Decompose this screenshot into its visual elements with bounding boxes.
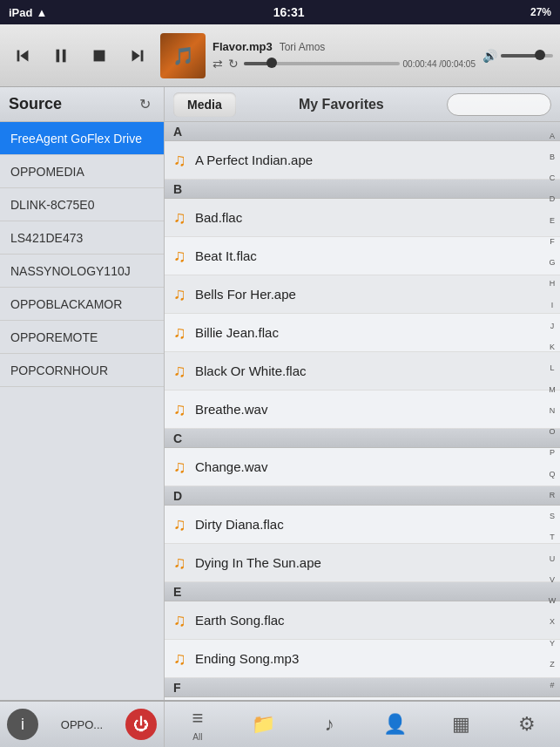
alpha-letter-C[interactable]: C [550, 174, 556, 182]
progress-section[interactable]: 00:00:44 /00:04:05 [244, 59, 476, 69]
alpha-letter-I[interactable]: I [551, 302, 554, 309]
volume-icon: 🔊 [482, 49, 497, 63]
alpha-letter-J[interactable]: J [550, 323, 555, 330]
music-icon: ♪ [325, 713, 334, 736]
volume-bar[interactable] [501, 54, 553, 58]
tab-favorites[interactable]: My Favorites [245, 97, 438, 112]
track-title: Flavor.mp3 [213, 40, 273, 53]
bottom-bar: i OPPO... ⏻ ≡All📁♪👤▦⚙ [0, 700, 560, 747]
section-header-F: F [165, 678, 560, 697]
all-icon: ≡ [192, 707, 203, 730]
svg-rect-6 [141, 50, 144, 61]
sidebar: Source ↻ FreeAgent GoFlex DriveOPPOMEDIA… [0, 87, 165, 700]
bottom-tab-grid[interactable]: ▦ [435, 702, 487, 747]
music-note-icon: ♫ [173, 610, 186, 630]
alpha-letter-O[interactable]: O [549, 428, 555, 436]
alpha-letter-#[interactable]: # [550, 682, 554, 689]
sidebar-item-nassynology[interactable]: NASSYNOLOGY110J [0, 255, 164, 288]
repeat-icon[interactable]: ↻ [228, 57, 239, 71]
alpha-letter-Z[interactable]: Z [550, 661, 555, 669]
stop-button[interactable] [84, 40, 115, 71]
bottom-tab-people[interactable]: 👤 [369, 702, 422, 747]
music-note-icon: ♫ [173, 150, 186, 170]
alpha-letter-H[interactable]: H [550, 280, 556, 288]
song-row[interactable]: ♫Famous Blue Raincoat.ape [165, 697, 560, 700]
bottom-tab-settings[interactable]: ⚙ [501, 702, 553, 747]
song-name: Dying In The Sun.ape [195, 555, 321, 570]
song-row[interactable]: ♫Change.wav [165, 448, 560, 486]
power-button[interactable]: ⏻ [125, 709, 157, 740]
song-name: Ending Song.mp3 [195, 651, 299, 666]
alpha-letter-E[interactable]: E [550, 217, 555, 225]
all-label: All [192, 732, 202, 742]
alpha-letter-T[interactable]: T [550, 533, 555, 541]
alpha-letter-S[interactable]: S [550, 513, 555, 520]
alpha-letter-W[interactable]: W [549, 597, 557, 605]
progress-knob [267, 58, 277, 68]
song-name: Billie Jean.flac [195, 325, 279, 340]
song-row[interactable]: ♫Bad.flac [165, 199, 560, 237]
track-artist: Tori Amos [280, 41, 326, 53]
bottom-tab-music[interactable]: ♪ [303, 702, 355, 747]
sidebar-item-opporemote[interactable]: OPPOREMOTE [0, 321, 164, 354]
alpha-letter-M[interactable]: M [549, 386, 556, 394]
alpha-letter-N[interactable]: N [550, 407, 556, 415]
alpha-letter-R[interactable]: R [550, 492, 556, 499]
alpha-letter-P[interactable]: P [550, 449, 555, 457]
music-note-icon: ♫ [173, 207, 186, 227]
alpha-letter-A[interactable]: A [550, 132, 555, 140]
song-row[interactable]: ♫Bells For Her.ape [165, 275, 560, 314]
bottom-tab-all[interactable]: ≡All [172, 702, 224, 747]
bottom-tabs: ≡All📁♪👤▦⚙ [165, 702, 560, 747]
song-row[interactable]: ♫Beat It.flac [165, 237, 560, 275]
alpha-letter-B[interactable]: B [550, 153, 555, 161]
alpha-letter-K[interactable]: K [550, 343, 555, 351]
track-info-area: Flavor.mp3 Tori Amos ⇄ ↻ 00:00:44 /00:04… [213, 40, 476, 71]
search-input[interactable] [447, 93, 551, 116]
refresh-button[interactable]: ↻ [134, 94, 155, 115]
alpha-letter-U[interactable]: U [550, 555, 556, 563]
alpha-index[interactable]: ABCDEFGHIJKLMNOPQRSTUVWXYZ# [544, 122, 560, 700]
alpha-letter-X[interactable]: X [550, 618, 555, 626]
music-note-icon: ♫ [173, 284, 186, 304]
song-name: Bells For Her.ape [195, 287, 296, 302]
transport-bar: 🎵 Flavor.mp3 Tori Amos ⇄ ↻ 00:00:44 /00:… [0, 24, 560, 87]
song-row[interactable]: ♫Black Or White.flac [165, 352, 560, 390]
song-row[interactable]: ♫Ending Song.mp3 [165, 640, 560, 678]
song-row[interactable]: ♫Breathe.wav [165, 390, 560, 429]
pause-button[interactable] [45, 40, 77, 71]
alpha-letter-Y[interactable]: Y [550, 640, 555, 648]
alpha-letter-F[interactable]: F [550, 238, 555, 246]
info-button[interactable]: i [7, 709, 38, 740]
volume-knob [535, 50, 545, 60]
alpha-letter-L[interactable]: L [550, 364, 554, 372]
sidebar-item-ls421[interactable]: LS421DE473 [0, 221, 164, 255]
song-row[interactable]: ♫Dying In The Sun.ape [165, 544, 560, 582]
svg-rect-2 [57, 49, 60, 62]
bottom-tab-folders[interactable]: 📁 [237, 702, 289, 747]
svg-marker-5 [132, 50, 140, 61]
song-name: Bad.flac [195, 210, 242, 225]
sidebar-item-freeagent[interactable]: FreeAgent GoFlex Drive [0, 122, 164, 155]
volume-section[interactable]: 🔊 [482, 49, 553, 63]
alpha-letter-Q[interactable]: Q [549, 471, 555, 479]
song-row[interactable]: ♫Earth Song.flac [165, 601, 560, 640]
skip-back-button[interactable] [7, 40, 38, 71]
tab-media[interactable]: Media [173, 92, 236, 117]
time-display: 00:00:44 /00:04:05 [403, 59, 476, 69]
alpha-letter-V[interactable]: V [550, 576, 555, 584]
shuffle-icon[interactable]: ⇄ [213, 57, 223, 71]
song-list-container: A♫A Perfect Indian.apeB♫Bad.flac♫Beat It… [165, 122, 560, 700]
sidebar-item-dlink[interactable]: DLINK-8C75E0 [0, 188, 164, 221]
progress-bar[interactable] [244, 62, 400, 65]
skip-forward-button[interactable] [122, 40, 153, 71]
song-row[interactable]: ♫Dirty Diana.flac [165, 506, 560, 544]
svg-marker-0 [20, 50, 28, 61]
sidebar-item-popcornhour[interactable]: POPCORNHOUR [0, 354, 164, 387]
alpha-letter-G[interactable]: G [549, 259, 555, 267]
song-row[interactable]: ♫Billie Jean.flac [165, 314, 560, 352]
alpha-letter-D[interactable]: D [550, 195, 556, 203]
sidebar-item-oppomedia[interactable]: OPPOMEDIA [0, 155, 164, 188]
song-row[interactable]: ♫A Perfect Indian.ape [165, 141, 560, 180]
sidebar-item-oppoblackamor[interactable]: OPPOBLACKAMOR [0, 288, 164, 321]
